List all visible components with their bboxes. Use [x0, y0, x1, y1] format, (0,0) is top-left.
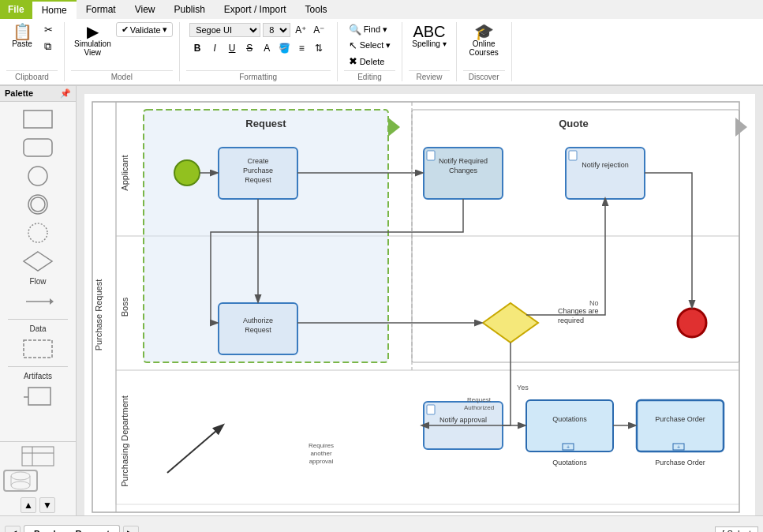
create-pr-label2: Purchase [243, 167, 273, 174]
copy-button[interactable]: ⧉ [39, 39, 58, 54]
authorize-label: Authorize [243, 317, 273, 324]
palette-flow[interactable] [18, 289, 58, 314]
tab-format[interactable]: Format [77, 0, 125, 19]
paste-label: Paste [12, 39, 32, 48]
palette-ring[interactable] [18, 220, 58, 245]
svg-marker-6 [24, 252, 52, 271]
text-direction-button[interactable]: ⇅ [311, 40, 327, 56]
delete-button[interactable]: ✖ Delete [344, 54, 396, 69]
discover-group: 🎓 OnlineCourses Discover [457, 22, 512, 81]
tab-tools[interactable]: Tools [296, 0, 337, 19]
select-button[interactable]: ↖ Select ▾ [344, 38, 396, 53]
authorize-label2: Request [245, 326, 271, 334]
tab-file[interactable]: File [0, 0, 32, 19]
palette-cylinder-icon[interactable] [3, 470, 38, 492]
palette-bottom [0, 441, 76, 495]
palette-scroll-up[interactable]: ▲ [21, 497, 36, 513]
notify-rej-task[interactable] [566, 148, 645, 199]
svg-rect-12 [22, 447, 54, 466]
review-label: Review [409, 70, 449, 81]
model-group: ▶ SimulationView ✔ Validate ▾ Model [65, 22, 180, 81]
font-color-button[interactable]: A [259, 40, 275, 56]
validate-dropdown-icon: ▾ [163, 24, 167, 35]
spelling-icon: ABC [413, 24, 445, 39]
online-courses-button[interactable]: 🎓 OnlineCourses [466, 22, 502, 58]
select-dropdown[interactable]: [ Select [715, 526, 758, 533]
gateway-label1: Changes are [558, 307, 599, 315]
underline-button[interactable]: U [224, 40, 240, 56]
create-pr-label: Create [247, 157, 268, 165]
no-label: No [589, 299, 599, 307]
requires-another-label2: another [310, 450, 331, 457]
italic-button[interactable]: I [207, 40, 223, 56]
palette-panel: Palette 📌 Flow [0, 86, 77, 515]
palette-table-icon[interactable] [3, 445, 73, 467]
palette-divider-2 [8, 366, 69, 367]
tab-publish[interactable]: Publish [165, 0, 215, 19]
purchasing-label: Purchasing Department [120, 395, 129, 487]
spelling-label: Spelling ▾ [412, 39, 446, 48]
svg-marker-8 [50, 298, 54, 305]
svg-point-5 [28, 223, 47, 242]
quotations-label: Quotations [552, 415, 587, 423]
request-label: Request [245, 118, 286, 129]
align-button[interactable]: ≡ [294, 40, 309, 56]
gateway[interactable] [483, 303, 538, 343]
palette-scroll-down[interactable]: ▼ [39, 497, 55, 513]
font-select[interactable]: Segoe UI [189, 23, 260, 37]
status-bar: ◀ Purchase Request ▶ [ Select [0, 515, 763, 532]
fill-color-button[interactable]: 🪣 [276, 40, 292, 56]
simulation-view-button[interactable]: ▶ SimulationView [71, 22, 114, 58]
palette-header: Palette 📌 [0, 86, 76, 102]
svg-rect-10 [28, 388, 50, 405]
diagram-canvas: Purchase Request Applicant Boss Purchasi… [84, 94, 755, 515]
select-icon: ↖ [349, 39, 357, 51]
model-label: Model [71, 70, 173, 81]
palette-circle[interactable] [18, 163, 58, 189]
validate-button[interactable]: ✔ Validate ▾ [116, 22, 173, 37]
online-courses-icon: 🎓 [474, 24, 494, 39]
scroll-left-arrow[interactable]: ◀ [5, 526, 21, 533]
flow-label: Flow [29, 277, 46, 286]
tab-view[interactable]: View [125, 0, 165, 19]
find-button[interactable]: 🔍 Find ▾ [344, 22, 396, 37]
tab-export[interactable]: Export / Import [215, 0, 296, 19]
paste-button[interactable]: 📋 Paste [6, 22, 38, 50]
conn-notifyrej-end [645, 173, 692, 307]
palette-data[interactable] [18, 336, 58, 362]
font-grow-button[interactable]: A⁺ [293, 22, 309, 38]
palette-rounded-rect[interactable] [18, 135, 58, 160]
palette-title: Palette [5, 88, 33, 99]
conn-gw-notifyrej [526, 199, 605, 315]
requires-another-label3: approval [309, 458, 334, 465]
boss-label: Boss [120, 297, 129, 317]
spelling-button[interactable]: ABC Spelling ▾ [409, 22, 449, 50]
clipboard-label: Clipboard [6, 70, 58, 81]
artifacts-label: Artifacts [24, 372, 52, 380]
bold-button[interactable]: B [189, 40, 205, 56]
palette-double-circle[interactable] [18, 192, 58, 217]
palette-diamond[interactable] [18, 249, 58, 274]
quote-arrow [735, 118, 747, 137]
start-event[interactable] [174, 160, 200, 185]
purchase-order-footer: Purchase Order [655, 459, 705, 466]
notify-app-label1: Notify approval [439, 416, 487, 424]
requires-another-label: Requires [309, 442, 334, 449]
quote-label: Quote [559, 118, 589, 129]
req-auth-label2: Authorized [464, 404, 494, 411]
strikethrough-button[interactable]: S [241, 40, 257, 56]
cut-button[interactable]: ✂ [39, 22, 58, 37]
palette-pin[interactable]: 📌 [60, 88, 71, 99]
diagram-tab[interactable]: Purchase Request [24, 525, 120, 532]
notify-req-label2: Changes [449, 167, 478, 174]
canvas-container[interactable]: Purchase Request Applicant Boss Purchasi… [77, 86, 763, 515]
font-size-select[interactable]: 8 [263, 23, 290, 37]
palette-artifacts[interactable] [18, 384, 58, 409]
scroll-right-arrow[interactable]: ▶ [123, 526, 139, 533]
font-shrink-button[interactable]: A⁻ [311, 22, 327, 38]
svg-point-2 [28, 167, 47, 185]
svg-rect-0 [24, 111, 52, 128]
notify-req-icon [427, 151, 435, 160]
tab-home[interactable]: Home [32, 0, 77, 19]
palette-rectangle[interactable] [18, 107, 58, 132]
